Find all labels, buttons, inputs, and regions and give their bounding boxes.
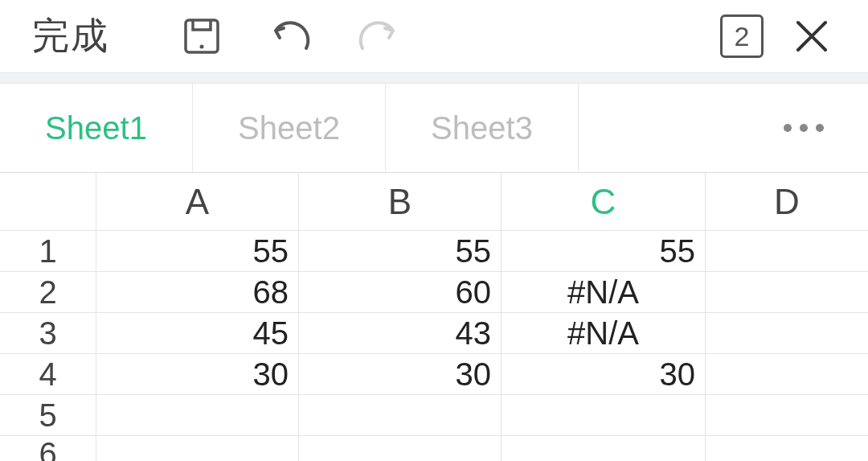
cell-c2[interactable]: #N/A [502,272,706,312]
done-button[interactable]: 完成 [32,11,109,61]
svg-point-1 [200,45,204,49]
cell-a5[interactable] [96,395,299,435]
cell-c1[interactable]: 55 [502,231,706,271]
cell-b6[interactable] [299,436,502,461]
cell-c4[interactable]: 30 [502,354,706,394]
row-3: 3 45 43 #N/A [0,313,868,354]
cell-d4[interactable] [706,354,868,394]
undo-icon [266,16,314,56]
cell-a4[interactable]: 30 [96,354,299,394]
spreadsheet-grid[interactable]: A B C D 1 55 55 55 2 68 60 #N/A 3 45 43 … [0,172,868,461]
column-header-b[interactable]: B [299,173,502,230]
more-icon [780,120,828,136]
row-1: 1 55 55 55 [0,231,868,272]
cell-c5[interactable] [502,395,706,435]
save-button[interactable] [158,0,246,72]
toolbar-divider [0,72,868,84]
row-header-3[interactable]: 3 [0,313,96,353]
cell-d6[interactable] [706,436,868,461]
cell-d3[interactable] [706,313,868,353]
close-icon [792,16,832,56]
cell-d5[interactable] [706,395,868,435]
corner-cell[interactable] [0,173,96,230]
row-5: 5 [0,395,868,436]
svg-point-3 [800,124,808,132]
column-header-a[interactable]: A [96,173,299,230]
svg-point-4 [816,124,824,132]
row-2: 2 68 60 #N/A [0,272,868,313]
cell-a6[interactable] [96,436,299,461]
close-button[interactable] [788,12,836,60]
tab-sheet3[interactable]: Sheet3 [386,84,579,172]
svg-point-2 [784,124,792,132]
toolbar-right: 2 [720,12,852,60]
cell-d1[interactable] [706,231,868,271]
cell-c3[interactable]: #N/A [502,313,706,353]
sheet-tabs: Sheet1 Sheet2 Sheet3 [0,84,868,172]
column-header-d[interactable]: D [706,173,868,230]
tab-sheet1[interactable]: Sheet1 [0,84,193,172]
toolbar-left: 完成 [32,0,423,72]
cell-a1[interactable]: 55 [96,231,299,271]
cell-b4[interactable]: 30 [299,354,502,394]
save-icon [182,16,222,56]
cell-d2[interactable] [706,272,868,312]
tab-sheet2[interactable]: Sheet2 [193,84,386,172]
redo-icon [354,16,403,56]
row-header-1[interactable]: 1 [0,231,96,271]
more-button[interactable] [739,84,868,172]
cell-b2[interactable]: 60 [299,272,502,312]
toolbar: 完成 2 [0,0,868,72]
cell-b1[interactable]: 55 [299,231,502,271]
cell-b3[interactable]: 43 [299,313,502,353]
row-4: 4 30 30 30 [0,354,868,395]
column-header-c[interactable]: C [502,173,706,230]
column-header-row: A B C D [0,173,868,231]
cell-a2[interactable]: 68 [96,272,299,312]
page-count-badge[interactable]: 2 [720,14,764,58]
cell-a3[interactable]: 45 [96,313,299,353]
row-header-2[interactable]: 2 [0,272,96,312]
row-header-4[interactable]: 4 [0,354,96,394]
cell-c6[interactable] [502,436,706,461]
redo-button [334,0,423,72]
row-6: 6 [0,436,868,461]
undo-button[interactable] [246,0,334,72]
row-header-5[interactable]: 5 [0,395,96,435]
cell-b5[interactable] [299,395,502,435]
row-header-6[interactable]: 6 [0,436,96,461]
tabs-spacer [579,84,739,172]
